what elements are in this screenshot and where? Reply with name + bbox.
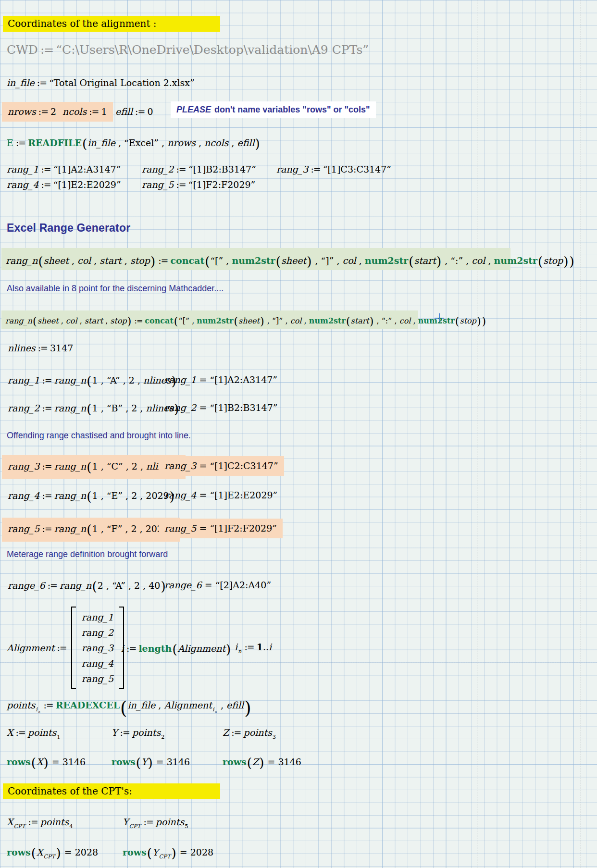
comment-8-point[interactable]: Also available in 8 point for the discer… <box>7 284 224 294</box>
expr-rang4-call[interactable]: rang_4:=rang_n(1 , “E” , 2 , 2029) <box>8 488 175 505</box>
expr-range6-call[interactable]: range_6:=rang_n(2 , “A” , 2 , 40) <box>8 578 166 595</box>
expr-rang5-call[interactable]: rang_5:=rang_n(1 , “F” , 2 , 2029) <box>2 518 180 542</box>
expr-nlines[interactable]: nlines:=3147 <box>8 342 73 354</box>
expr-rows-z[interactable]: rows(Z) = 3146 <box>223 755 301 771</box>
expr-rang4-string[interactable]: rang_4:=“[1]E2:E2029” <box>7 179 121 191</box>
expr-rows-x[interactable]: rows(X) = 3146 <box>7 755 86 771</box>
note-please-rest: don't name variables "rows" or "cols" <box>214 105 370 114</box>
expr-i-length[interactable]: i:=length(Alignment) <box>121 641 231 657</box>
note-please-naming[interactable]: PLEASEdon't name variables "rows" or "co… <box>171 101 376 118</box>
expr-rang3-result[interactable]: rang_3 = “[1]C2:C3147” <box>159 456 284 476</box>
mathcad-worksheet: Coordinates of the alignment : CWD:=“C:\… <box>0 0 597 868</box>
matrix-brackets: rang_1rang_2rang_3rang_4rang_5 <box>71 607 124 689</box>
alignment-lhs: Alignment:= <box>7 642 69 654</box>
expr-xcpt-def[interactable]: XCPT:=points4 <box>7 816 73 828</box>
section-header-alignment[interactable]: Coordinates of the alignment : <box>3 16 220 32</box>
comment-offending-range[interactable]: Offending range chastised and brought in… <box>7 431 191 441</box>
expr-rows-ycpt[interactable]: rows(YCPT) = 2028 <box>123 845 213 861</box>
heading-excel-range-generator[interactable]: Excel Range Generator <box>7 222 130 235</box>
expr-efill[interactable]: efill:=0 <box>115 106 153 118</box>
expr-y-def[interactable]: Y:=points2 <box>112 727 165 739</box>
expr-z-def[interactable]: Z:=points3 <box>223 727 276 739</box>
expr-rang2-call[interactable]: rang_2:=rang_n(1 , “B” , 2 , nlines) <box>8 401 179 417</box>
expr-points-readexcel[interactable]: pointsin:=READEXCEL(in_file , Alignmenti… <box>7 697 252 720</box>
expr-cwd[interactable]: CWD:=“C:\Users\R\OneDrive\Desktop\valida… <box>7 42 369 58</box>
expr-ycpt-def[interactable]: YCPT:=points5 <box>123 816 188 828</box>
expr-rows-xcpt[interactable]: rows(XCPT) = 2028 <box>7 845 98 861</box>
expr-nrows[interactable]: nrows:=2 <box>2 102 62 122</box>
expr-rang1-result[interactable]: rang_1 = “[1]A2:A3147” <box>164 374 277 386</box>
expr-ncols[interactable]: ncols:=1 <box>57 102 113 122</box>
expr-x-def[interactable]: X:=points1 <box>7 727 61 739</box>
matrix-left-bracket <box>71 607 76 689</box>
expr-rang4-result[interactable]: rang_4 = “[1]E2:E2029” <box>164 489 277 501</box>
expr-rang3-call[interactable]: rang_3:=rang_n(1 , “C” , 2 , nlines) <box>2 455 186 479</box>
expr-rang2-result[interactable]: rang_2 = “[1]B2:B3147” <box>164 402 278 414</box>
matrix-cells: rang_1rang_2rang_3rang_4rang_5 <box>76 607 119 689</box>
section-header-cpts[interactable]: Coordinates of the CPT's: <box>3 783 220 799</box>
page-break-vertical-line <box>477 0 477 868</box>
expr-rang1-call[interactable]: rang_1:=rang_n(1 , “A” , 2 , nlines) <box>8 373 177 389</box>
expr-rang1-string[interactable]: rang_1:=“[1]A2:A3147” <box>7 163 121 175</box>
expr-alignment-matrix[interactable]: Alignment:= rang_1rang_2rang_3rang_4rang… <box>7 607 124 689</box>
expr-rows-y[interactable]: rows(Y) = 3146 <box>112 755 190 771</box>
expr-readfile[interactable]: E:=READFILE(in_file , “Excel” , nrows , … <box>7 136 261 152</box>
expr-rang5-string[interactable]: rang_5:=“[1]F2:F2029” <box>142 179 255 191</box>
comment-meterage[interactable]: Meterage range definition brought forwar… <box>7 549 168 559</box>
expr-rangn-definition-small[interactable]: rang_n(sheet , col , start , stop):=conc… <box>5 315 486 329</box>
expr-in-range[interactable]: in:=1..i <box>235 641 272 653</box>
expr-rangn-definition[interactable]: rang_n(sheet , col , start , stop):=conc… <box>6 253 575 270</box>
expr-rang2-string[interactable]: rang_2:=“[1]B2:B3147” <box>142 163 256 175</box>
expr-in-file[interactable]: in_file:=“Total Original Location 2.xlsx… <box>7 77 195 89</box>
expr-rang3-string[interactable]: rang_3:=“[1]C3:C3147” <box>276 163 391 175</box>
expr-range6-result[interactable]: range_6 = “[2]A2:A40” <box>164 579 271 591</box>
note-please-lead: PLEASE <box>176 105 211 114</box>
expr-rang5-result[interactable]: rang_5 = “[1]F2:F2029” <box>159 519 283 538</box>
page-margin-vertical-line <box>581 0 581 868</box>
